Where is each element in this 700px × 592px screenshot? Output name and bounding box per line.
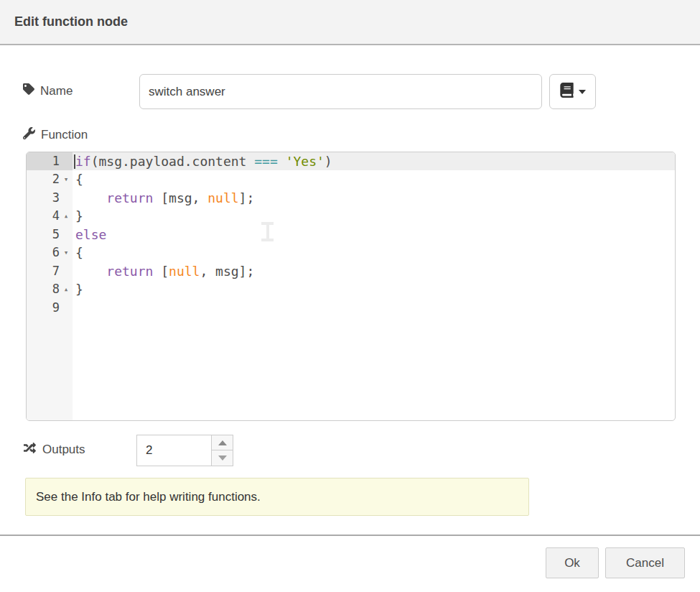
line-number: 8 [27,280,60,298]
function-label-text: Function [41,128,88,142]
editor-gutter: 12▾34▴56▾78▴9 [27,152,73,420]
gutter-row: 6▾ [27,244,73,262]
name-label: Name [23,83,73,98]
line-number: 9 [27,299,60,317]
line-number: 5 [27,226,60,244]
text-caret [74,154,75,169]
spinner-up-button[interactable] [212,435,233,450]
mouse-ibeam-cursor [261,222,274,241]
library-dropdown-button[interactable] [549,74,596,109]
outputs-value-input[interactable]: 2 [137,435,211,466]
info-tip-text: See the Info tab for help writing functi… [36,490,261,504]
spinner-down-button[interactable] [212,450,233,466]
fold-open-icon[interactable]: ▾ [60,170,73,188]
ok-button[interactable]: Ok [546,547,599,578]
code-line[interactable]: } [73,280,675,298]
chevron-down-icon [579,90,586,94]
code-line[interactable] [73,299,675,317]
name-input[interactable] [139,74,542,109]
code-line[interactable]: { [73,244,675,262]
shuffle-icon [23,442,37,458]
gutter-row: 4▴ [27,207,73,225]
code-line[interactable]: return [null, msg]; [73,262,675,280]
code-line[interactable]: return [msg, null]; [73,189,675,207]
name-label-text: Name [40,84,73,98]
wrench-icon [23,127,35,143]
line-number: 2 [27,170,60,188]
fold-open-icon[interactable]: ▾ [60,244,73,262]
cancel-button[interactable]: Cancel [605,547,685,578]
gutter-row: 8▴ [27,280,73,298]
gutter-row: 2▾ [27,170,73,188]
code-line[interactable]: } [73,207,675,225]
book-icon [560,83,574,101]
edit-function-node-dialog: Edit function node Name Function 12▾34▴5… [0,0,700,592]
arrow-down-icon [218,455,227,461]
gutter-row: 5 [27,226,73,244]
spinner-buttons [211,435,233,466]
line-number: 4 [27,207,60,225]
gutter-row: 7 [27,262,73,280]
gutter-row: 9 [27,299,73,317]
code-line[interactable]: { [73,170,675,188]
outputs-spinner: 2 [136,435,233,466]
function-label: Function [23,127,88,143]
line-number: 7 [27,262,60,280]
dialog-title: Edit function node [14,14,128,29]
code-line[interactable]: if(msg.payload.content === 'Yes') [73,152,675,170]
tag-icon [23,83,34,98]
outputs-label: Outputs [23,442,85,458]
line-number: 3 [27,189,60,207]
arrow-up-icon [218,440,227,445]
gutter-row: 1 [27,152,73,170]
fold-close-icon[interactable]: ▴ [60,207,73,225]
gutter-row: 3 [27,189,73,207]
line-number: 1 [27,152,60,170]
footer-divider [0,535,700,536]
code-line[interactable]: else [73,226,675,244]
function-code-editor[interactable]: 12▾34▴56▾78▴9 if(msg.payload.content ===… [26,152,676,421]
outputs-label-text: Outputs [42,443,85,457]
editor-code-area[interactable]: if(msg.payload.content === 'Yes'){ retur… [73,152,675,420]
dialog-header: Edit function node [0,0,700,45]
fold-close-icon[interactable]: ▴ [60,280,73,298]
line-number: 6 [27,244,60,262]
info-tip: See the Info tab for help writing functi… [25,478,529,516]
